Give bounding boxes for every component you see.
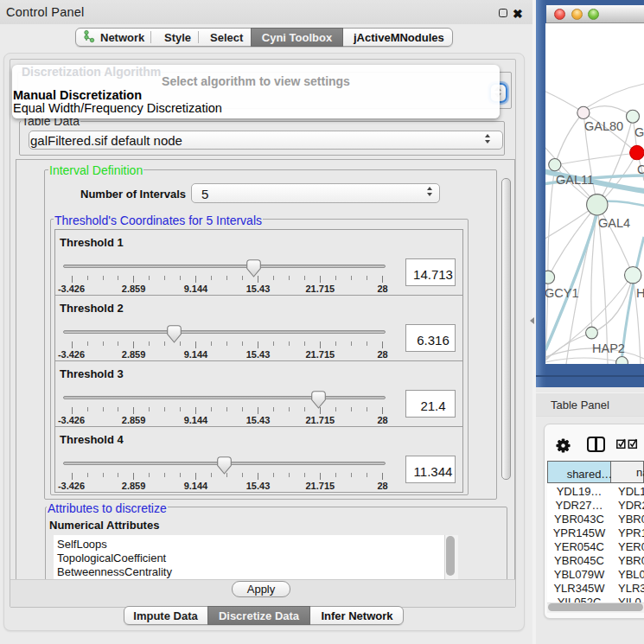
- svg-text:GAL4: GAL4: [598, 216, 630, 230]
- svg-text:GAL80: GAL80: [584, 119, 623, 133]
- svg-text:H: H: [636, 286, 644, 300]
- svg-text:C: C: [637, 163, 644, 176]
- svg-text:HAP2: HAP2: [592, 341, 625, 355]
- svg-text:GA: GA: [634, 125, 644, 139]
- svg-text:GAL11: GAL11: [556, 173, 594, 187]
- svg-text:GCY1: GCY1: [545, 286, 579, 300]
